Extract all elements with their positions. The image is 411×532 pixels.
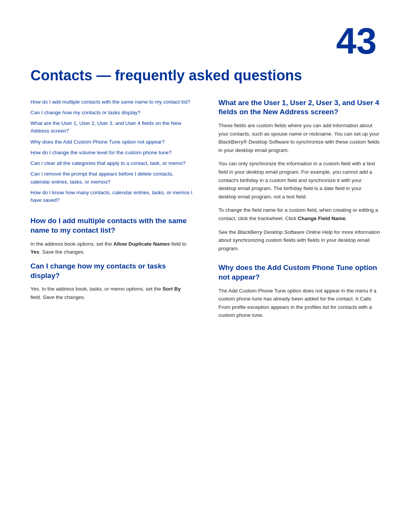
toc-link-4[interactable]: Why does the Add Custom Phone Tune optio… <box>30 138 193 146</box>
section-body-user-fields-1: These fields are custom fields where you… <box>218 121 381 154</box>
section-body-change-display: Yes. In the address book, tasks, or memo… <box>30 285 193 301</box>
section-heading-add-multiple: How do I add multiple contacts with the … <box>30 216 193 235</box>
section-heading-change-display: Can I change how my contacts or tasks di… <box>30 262 193 280</box>
toc-links: How do I add multiple contacts with the … <box>30 98 193 204</box>
section-add-multiple-contacts: How do I add multiple contacts with the … <box>30 216 193 256</box>
section-heading-custom-phone-tune: Why does the Add Custom Phone Tune optio… <box>218 263 381 282</box>
section-heading-user-fields: What are the User 1, User 2, User 3, and… <box>218 98 381 117</box>
toc-link-2[interactable]: Can I change how my contacts or tasks di… <box>30 109 193 117</box>
toc-link-8[interactable]: How do I know how many contacts, calenda… <box>30 189 193 204</box>
section-add-custom-phone-tune: Why does the Add Custom Phone Tune optio… <box>218 263 381 320</box>
page-container: 43 Contacts — frequently asked questions… <box>0 0 411 532</box>
toc-link-3[interactable]: What are the User 1, User 2, User 3, and… <box>30 120 193 135</box>
section-body-user-fields-2: You can only synchronize the information… <box>218 160 381 201</box>
left-column: How do I add multiple contacts with the … <box>30 98 196 330</box>
section-body-user-fields-3: To change the field name for a custom fi… <box>218 206 381 222</box>
toc-link-6[interactable]: Can I clear all the categories that appl… <box>30 160 193 167</box>
section-change-display: Can I change how my contacts or tasks di… <box>30 262 193 302</box>
section-body-add-multiple: In the address book options, set the All… <box>30 240 193 256</box>
toc-link-5[interactable]: How do I change the volume level for the… <box>30 149 193 157</box>
page-title: Contacts — frequently asked questions <box>30 67 381 85</box>
section-body-custom-phone-tune: The Add Custom Phone Tune option does no… <box>218 287 381 320</box>
toc-link-1[interactable]: How do I add multiple contacts with the … <box>30 98 193 106</box>
content-layout: How do I add multiple contacts with the … <box>30 98 381 330</box>
chapter-number: 43 <box>30 23 377 59</box>
section-user-fields: What are the User 1, User 2, User 3, and… <box>218 98 381 253</box>
toc-link-7[interactable]: Can I remove the prompt that appears bef… <box>30 170 193 186</box>
right-column: What are the User 1, User 2, User 3, and… <box>215 98 381 330</box>
section-body-user-fields-4: See the BlackBerry Desktop Software Onli… <box>218 228 381 253</box>
